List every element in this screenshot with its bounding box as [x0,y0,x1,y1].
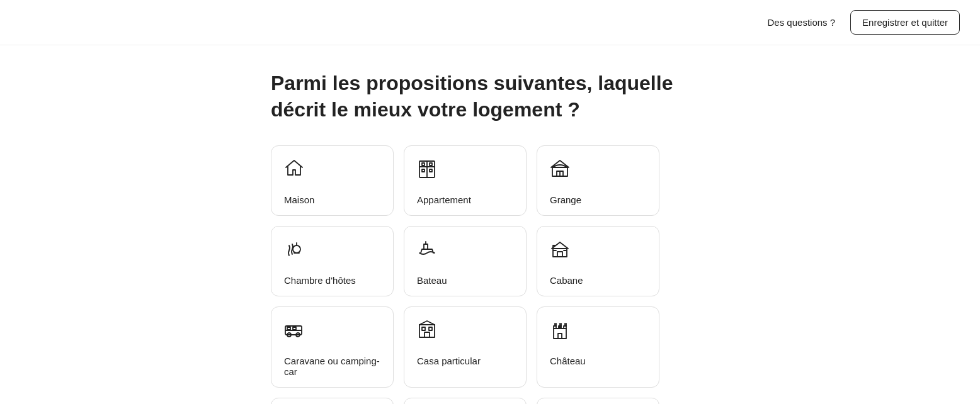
svg-rect-24 [419,325,435,337]
card-maison-cycladique[interactable]: Maison cycladique [537,398,659,404]
card-chateau-label: Château [550,356,586,366]
castle-icon [550,320,570,349]
card-casa-particular-label: Casa particular [417,356,481,366]
card-cabane-label: Cabane [550,275,583,286]
card-appartement[interactable]: Appartement [404,145,527,216]
cabin-icon [550,239,570,269]
card-caravane[interactable]: Caravane ou camping-car [271,306,394,388]
card-maison-troglodyte[interactable]: Maison troglodyte [271,398,394,404]
card-cabane[interactable]: Cabane [537,226,659,296]
svg-rect-12 [424,244,428,249]
card-bateau[interactable]: Bateau [404,226,527,296]
page-title: Parmi les propositions suivantes, laquel… [271,70,712,123]
svg-rect-25 [422,327,425,330]
apartment-icon [417,159,437,188]
card-chambre-hotes[interactable]: Chambre d'hôtes [271,226,394,296]
svg-point-10 [293,245,300,253]
boat-icon [417,239,437,269]
card-grange-label: Grange [550,194,581,205]
header: Des questions ? Enregistrer et quitter [0,0,980,45]
property-type-grid: Maison Appartement [271,145,980,404]
svg-rect-5 [422,169,424,172]
svg-rect-22 [287,327,290,330]
svg-rect-23 [293,327,296,330]
svg-rect-6 [430,169,432,172]
bnb-icon [284,239,304,269]
card-chateau[interactable]: Château [537,306,659,388]
header-right: Des questions ? Enregistrer et quitter [760,10,960,35]
card-maison-label: Maison [284,194,314,205]
svg-rect-4 [430,163,432,166]
card-casa-particular[interactable]: Casa particular [404,306,527,388]
card-grange[interactable]: Grange [537,145,659,216]
house-icon [284,159,304,188]
svg-rect-27 [424,332,430,337]
card-bateau-label: Bateau [417,275,447,286]
card-maison[interactable]: Maison [271,145,394,216]
card-appartement-label: Appartement [417,194,471,205]
svg-rect-15 [557,252,562,257]
main-content: Parmi les propositions suivantes, laquel… [0,45,980,404]
casa-icon [417,320,437,349]
svg-rect-26 [429,327,432,330]
card-conteneur-maritime[interactable]: Conteneur maritime [404,398,527,404]
svg-rect-14 [553,249,567,257]
svg-rect-3 [422,163,424,166]
barn-icon [550,159,570,188]
card-caravane-label: Caravane ou camping-car [284,356,380,377]
questions-button[interactable]: Des questions ? [760,12,843,33]
save-quit-button[interactable]: Enregistrer et quitter [850,10,960,35]
svg-point-34 [559,327,561,328]
rv-icon [284,320,304,349]
card-chambre-hotes-label: Chambre d'hôtes [284,275,356,286]
svg-rect-33 [558,334,562,339]
